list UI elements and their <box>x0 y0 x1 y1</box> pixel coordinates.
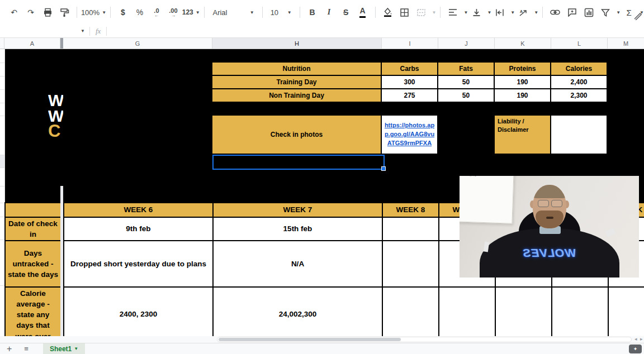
format-currency-button[interactable]: $ <box>116 4 130 20</box>
column-header-M[interactable]: M <box>608 38 644 49</box>
table-cell[interactable]: Carbs <box>382 63 437 75</box>
table-cell[interactable]: Dropped short yesterday due to plans <box>64 241 212 286</box>
horizontal-scrollbar[interactable] <box>217 337 632 342</box>
table-cell[interactable]: 15th feb <box>214 218 382 240</box>
horizontal-align-button[interactable] <box>446 4 460 20</box>
table-cell[interactable]: Non Training Day <box>212 89 381 102</box>
print-icon[interactable] <box>41 4 54 20</box>
table-cell[interactable]: Days untracked - state the days <box>6 241 60 286</box>
paint-format-icon[interactable] <box>58 4 71 20</box>
table-cell[interactable]: 2,400 <box>551 76 607 88</box>
table-cell[interactable]: 9th feb <box>64 218 212 240</box>
mouth <box>546 217 553 219</box>
frozen-pane-divider[interactable] <box>60 186 63 336</box>
bold-button[interactable]: B <box>306 4 319 20</box>
table-cell[interactable] <box>383 241 438 286</box>
create-filter-icon[interactable] <box>599 4 612 20</box>
undo-icon[interactable]: ↶ <box>7 4 21 20</box>
sheet-tab-active[interactable]: Sheet1 ▼ <box>43 343 85 354</box>
divider <box>89 27 90 36</box>
table-cell[interactable]: N/A <box>214 241 382 286</box>
scroll-left-icon[interactable]: ◂ <box>634 336 637 342</box>
font-size-value: 10 <box>271 8 278 17</box>
table-cell[interactable] <box>551 116 607 154</box>
column-header-A[interactable]: A <box>4 38 60 49</box>
table-cell[interactable]: Fats <box>438 63 494 75</box>
table-cell[interactable]: 190 <box>495 89 550 102</box>
formula-bar: ▼ fx <box>0 25 644 38</box>
table-cell[interactable]: 190 <box>495 76 550 88</box>
fill-handle[interactable] <box>381 166 386 171</box>
table-cell[interactable] <box>383 288 438 336</box>
insert-link-icon[interactable] <box>548 4 562 20</box>
merge-cells-button[interactable] <box>415 4 428 20</box>
table-cell[interactable]: 2,300 <box>551 89 607 102</box>
active-cell-selection[interactable] <box>212 155 385 170</box>
fill-color-button[interactable] <box>381 4 395 20</box>
decrease-decimal-button[interactable]: .0← <box>150 4 163 20</box>
more-formats-label: 123 <box>182 8 193 16</box>
table-cell[interactable]: 24,002,300 <box>214 288 382 336</box>
font-select[interactable]: Arial▼ <box>210 4 256 20</box>
increase-decimal-button[interactable]: .00→ <box>167 4 180 20</box>
table-cell[interactable]: 50 <box>438 76 494 88</box>
table-cell[interactable]: Check in photos <box>212 116 381 154</box>
table-cell[interactable]: Liability / Disclaimer <box>495 116 550 154</box>
table-cell[interactable] <box>383 218 438 240</box>
overlay-control-button[interactable]: ✦ <box>629 345 642 353</box>
borders-button[interactable] <box>398 4 411 20</box>
table-cell[interactable] <box>439 288 495 336</box>
edit-pencil-icon[interactable] <box>631 8 644 23</box>
zoom-select[interactable]: 100%▼ <box>83 4 105 20</box>
table-cell[interactable] <box>496 288 551 336</box>
text-wrap-button[interactable] <box>493 4 506 20</box>
scroll-right-icon[interactable]: ▸ <box>640 336 643 342</box>
table-cell[interactable] <box>552 288 608 336</box>
table-cell[interactable]: 2400, 2300 <box>64 288 212 336</box>
column-header-L[interactable]: L <box>551 38 608 49</box>
table-cell[interactable]: 300 <box>382 76 437 88</box>
table-cell[interactable]: 275 <box>382 89 437 102</box>
column-header-J[interactable]: J <box>438 38 495 49</box>
table-cell[interactable]: Date of check in <box>6 218 60 240</box>
brand-logo-fragment: W W C <box>48 93 63 140</box>
text-color-button[interactable]: A <box>359 7 365 18</box>
redo-icon[interactable]: ↷ <box>24 4 37 20</box>
sheet-grid[interactable]: W W C Nutrition Carbs Fats Proteins Calo… <box>0 49 644 336</box>
table-cell[interactable]: Nutrition <box>212 63 381 75</box>
table-cell[interactable]: WEEK 7 <box>214 203 382 217</box>
table-cell[interactable]: WEEK 8 <box>383 203 438 217</box>
table-cell[interactable] <box>609 288 644 336</box>
column-header-G[interactable]: G <box>63 38 212 49</box>
scrollbar-thumb[interactable] <box>219 338 401 341</box>
table-cell[interactable]: Calories <box>551 63 607 75</box>
table-cell[interactable]: Training Day <box>212 76 381 88</box>
whiteboard-text: CALORIES <box>460 176 477 177</box>
italic-button[interactable]: I <box>323 4 336 20</box>
select-all-corner[interactable] <box>0 38 4 49</box>
column-header-I[interactable]: I <box>382 38 438 49</box>
insert-comment-icon[interactable] <box>565 4 579 20</box>
insert-chart-icon[interactable] <box>582 4 595 20</box>
webcam-video-overlay[interactable]: CALORIES WOLVES <box>460 176 639 278</box>
table-cell[interactable]: 50 <box>438 89 494 102</box>
text-rotation-button[interactable]: A <box>517 4 530 20</box>
nutrition-table: Nutrition Carbs Fats Proteins Calories T… <box>211 61 608 103</box>
selected-row-indicator <box>0 155 4 168</box>
table-cell[interactable] <box>6 203 60 217</box>
column-header-H[interactable]: H <box>212 38 382 49</box>
checkin-photos-link[interactable]: https://photos.app.goo.gl/AAG8vuATGS9rmP… <box>383 121 436 148</box>
font-size-select[interactable]: 10▼ <box>268 4 294 20</box>
shoulder-logo-patch <box>605 228 615 237</box>
vertical-align-button[interactable] <box>470 4 483 20</box>
strikethrough-button[interactable]: S <box>339 4 353 20</box>
more-formats-button[interactable]: 123▼ <box>183 4 199 20</box>
table-cell[interactable]: Proteins <box>495 63 550 75</box>
add-sheet-button[interactable]: + <box>7 344 12 354</box>
name-box[interactable]: ▼ <box>0 25 89 37</box>
column-header-K[interactable]: K <box>495 38 551 49</box>
table-cell[interactable]: WEEK 6 <box>64 203 212 217</box>
format-percent-button[interactable]: % <box>133 4 146 20</box>
all-sheets-menu-icon[interactable]: ≡ <box>24 345 29 353</box>
table-cell[interactable]: Calorie average - state any days that we… <box>6 288 60 336</box>
